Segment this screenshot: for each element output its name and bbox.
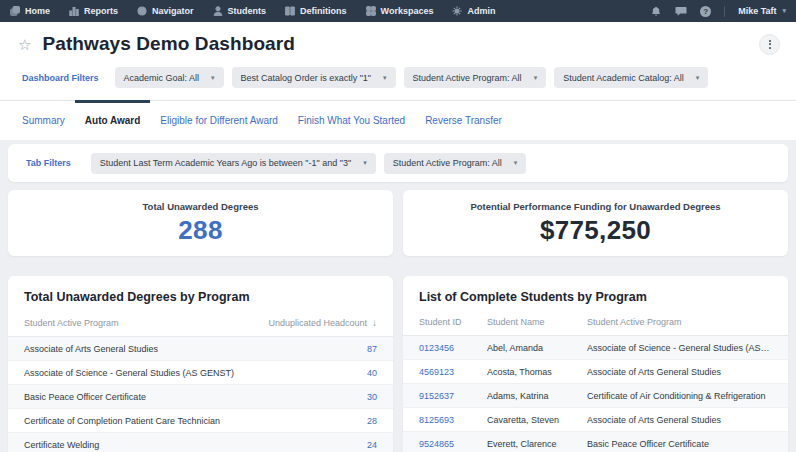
headcount-cell[interactable]: 24 bbox=[367, 440, 377, 450]
caret-down-icon: ▾ bbox=[211, 74, 215, 82]
program-cell: Associate of Arts General Studies bbox=[587, 367, 772, 377]
table-row: 0123456 Abel, Amanda Associate of Scienc… bbox=[403, 336, 788, 360]
column-header-student-active-program[interactable]: Student Active Program bbox=[587, 317, 772, 327]
nav-item-label: Reports bbox=[84, 6, 118, 16]
caret-down-icon: ▾ bbox=[534, 74, 538, 82]
caret-down-icon: ▾ bbox=[696, 74, 700, 82]
table-header-row: Student Active Program Unduplicated Head… bbox=[8, 317, 393, 337]
tables-row: Total Unawarded Degrees by Program Stude… bbox=[8, 276, 788, 452]
table-row: Associate of Arts General Studies 87 bbox=[8, 337, 393, 361]
complete-students-table-card: List of Complete Students by Program Stu… bbox=[403, 276, 788, 452]
program-cell: Associate of Science - General Studies (… bbox=[587, 343, 772, 353]
nav-item-label: Admin bbox=[467, 6, 495, 16]
filter-last-term-academic-years[interactable]: Student Last Term Academic Years Ago is … bbox=[91, 153, 376, 174]
student-id-link[interactable]: 9152637 bbox=[419, 391, 487, 401]
metric-label: Total Unawarded Degrees bbox=[143, 201, 259, 212]
caret-down-icon: ▾ bbox=[514, 159, 518, 167]
headcount-cell[interactable]: 87 bbox=[367, 344, 377, 354]
filter-value: Student Last Term Academic Years Ago is … bbox=[100, 158, 351, 168]
grid-icon bbox=[366, 6, 376, 16]
program-cell: Associate of Arts General Studies bbox=[587, 415, 772, 425]
gear-icon bbox=[452, 6, 462, 16]
nav-item-reports[interactable]: Reports bbox=[69, 6, 118, 16]
headcount-cell[interactable]: 30 bbox=[367, 392, 377, 402]
table-row: 8125693 Cavaretta, Steven Associate of A… bbox=[403, 408, 788, 432]
user-name: Mike Taft bbox=[738, 6, 776, 16]
filter-value: Student Active Program: All bbox=[413, 73, 522, 83]
column-header-student-id[interactable]: Student ID bbox=[419, 317, 487, 327]
notifications-bell-icon[interactable] bbox=[650, 6, 662, 17]
program-cell: Certificate of Air Conditioning & Refrig… bbox=[587, 391, 772, 401]
student-name-cell: Everett, Clarence bbox=[487, 439, 587, 449]
program-cell: Certificate Welding bbox=[24, 440, 367, 450]
metric-potential-performance-funding: Potential Performance Funding for Unawar… bbox=[403, 190, 788, 256]
caret-down-icon: ▾ bbox=[363, 159, 367, 167]
program-cell: Basic Peace Officer Certificate bbox=[587, 439, 772, 449]
metric-label: Potential Performance Funding for Unawar… bbox=[470, 201, 720, 212]
table-row: Certificate Welding 24 bbox=[8, 433, 393, 452]
chevron-down-icon: ▾ bbox=[782, 7, 786, 15]
tab-bar: Summary Auto Award Eligible for Differen… bbox=[0, 100, 796, 140]
tab-filters-label: Tab Filters bbox=[26, 158, 71, 168]
table-row: 4569123 Acosta, Thomas Associate of Arts… bbox=[403, 360, 788, 384]
tab-reverse-transfer[interactable]: Reverse Transfer bbox=[415, 101, 512, 140]
dashboard-filters-label: Dashboard Filters bbox=[22, 73, 99, 83]
filter-student-active-program[interactable]: Student Active Program: All ▾ bbox=[404, 67, 547, 88]
nav-item-label: Definitions bbox=[300, 6, 347, 16]
student-name-cell: Abel, Amanda bbox=[487, 343, 587, 353]
user-menu[interactable]: Mike Taft ▾ bbox=[738, 6, 786, 16]
nav-item-label: Home bbox=[25, 6, 50, 16]
top-navigation: Home Reports Navigator Students Definiti… bbox=[0, 0, 796, 22]
column-header-student-active-program[interactable]: Student Active Program bbox=[24, 318, 268, 328]
page-title: Pathways Demo Dashboard bbox=[42, 33, 295, 55]
student-id-link[interactable]: 4569123 bbox=[419, 367, 487, 377]
nav-item-home[interactable]: Home bbox=[10, 6, 50, 16]
table-row: Associate of Science - General Studies (… bbox=[8, 361, 393, 385]
sort-descending-icon[interactable]: ↓ bbox=[372, 317, 377, 328]
filter-academic-goal[interactable]: Academic Goal: All ▾ bbox=[115, 67, 224, 88]
metric-value: 288 bbox=[178, 215, 222, 246]
student-name-cell: Cavaretta, Steven bbox=[487, 415, 587, 425]
table-title: Total Unawarded Degrees by Program bbox=[8, 276, 393, 317]
student-id-link[interactable]: 9524865 bbox=[419, 439, 487, 449]
nav-item-navigator[interactable]: Navigator bbox=[137, 6, 194, 16]
headcount-cell[interactable]: 28 bbox=[367, 416, 377, 426]
column-header-student-name[interactable]: Student Name bbox=[487, 317, 587, 327]
table-header-row: Student ID Student Name Student Active P… bbox=[403, 317, 788, 336]
program-cell: Associate of Arts General Studies bbox=[24, 344, 367, 354]
favorite-star-icon[interactable]: ☆ bbox=[18, 37, 31, 52]
filter-value: Academic Goal: All bbox=[124, 73, 200, 83]
nav-item-admin[interactable]: Admin bbox=[452, 6, 495, 16]
headcount-cell[interactable]: 40 bbox=[367, 368, 377, 378]
student-name-cell: Adams, Katrina bbox=[487, 391, 587, 401]
nav-item-label: Navigator bbox=[152, 6, 194, 16]
more-options-button[interactable] bbox=[759, 34, 780, 55]
nav-item-workspaces[interactable]: Workspaces bbox=[366, 6, 434, 16]
table-title: List of Complete Students by Program bbox=[403, 276, 788, 317]
table-row: 9152637 Adams, Katrina Certificate of Ai… bbox=[403, 384, 788, 408]
copy-icon bbox=[10, 6, 20, 16]
table-row: Basic Peace Officer Certificate 30 bbox=[8, 385, 393, 409]
nav-item-students[interactable]: Students bbox=[213, 6, 267, 16]
tab-summary[interactable]: Summary bbox=[12, 101, 75, 140]
help-icon[interactable]: ? bbox=[700, 6, 711, 17]
student-id-link[interactable]: 8125693 bbox=[419, 415, 487, 425]
tab-auto-award[interactable]: Auto Award bbox=[75, 101, 151, 140]
filter-best-catalog-order[interactable]: Best Catalog Order is exactly "1" ▾ bbox=[232, 67, 396, 88]
dashboard-header: ☆ Pathways Demo Dashboard bbox=[0, 22, 796, 59]
filter-tab-student-active-program[interactable]: Student Active Program: All ▾ bbox=[384, 153, 527, 174]
student-id-link[interactable]: 0123456 bbox=[419, 343, 487, 353]
filter-student-academic-catalog[interactable]: Student Academic Catalog: All ▾ bbox=[554, 67, 708, 88]
column-header-unduplicated-headcount[interactable]: Unduplicated Headcount ↓ bbox=[268, 317, 377, 328]
unawarded-degrees-table-card: Total Unawarded Degrees by Program Stude… bbox=[8, 276, 393, 452]
tab-finish-what-you-started[interactable]: Finish What You Started bbox=[288, 101, 415, 140]
metric-total-unawarded-degrees: Total Unawarded Degrees 288 bbox=[8, 190, 393, 256]
chat-icon[interactable] bbox=[675, 6, 687, 17]
dashboard-filters-row: Dashboard Filters Academic Goal: All ▾ B… bbox=[0, 59, 796, 100]
nav-item-label: Workspaces bbox=[381, 6, 434, 16]
nav-item-definitions[interactable]: Definitions bbox=[285, 6, 347, 16]
book-icon bbox=[285, 6, 295, 16]
student-name-cell: Acosta, Thomas bbox=[487, 367, 587, 377]
table-row: Certificate of Completion Patient Care T… bbox=[8, 409, 393, 433]
tab-eligible-for-different-award[interactable]: Eligible for Different Award bbox=[150, 101, 287, 140]
